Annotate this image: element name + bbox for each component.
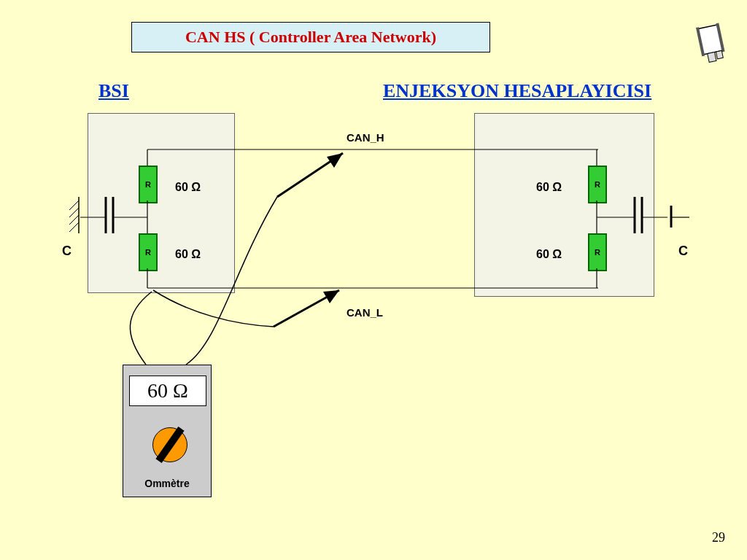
schematic-wires [0, 0, 747, 560]
slide-number: 29 [712, 530, 725, 545]
meter-display: 60 Ω [129, 376, 206, 406]
svg-line-14 [69, 208, 79, 217]
probe-icon-bottom [274, 290, 339, 327]
meter-reading: 60 Ω [147, 379, 188, 402]
svg-line-13 [69, 201, 79, 210]
ohmmeter: 60 Ω Ommètre [123, 365, 212, 497]
probe-icon-top [277, 153, 343, 197]
svg-marker-34 [327, 153, 343, 168]
svg-line-15 [69, 215, 79, 225]
svg-line-16 [69, 222, 79, 232]
meter-caption: Ommètre [123, 478, 211, 489]
meter-knob-icon [152, 427, 187, 462]
